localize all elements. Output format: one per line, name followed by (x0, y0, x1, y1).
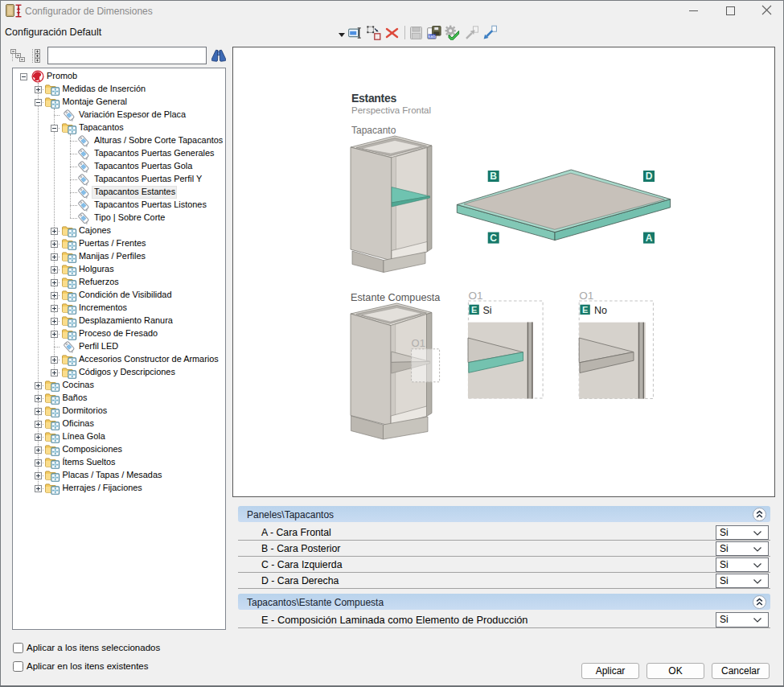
svg-text:Si: Si (483, 305, 492, 316)
svg-text:No: No (594, 305, 607, 316)
svg-text:Perspectiva Frontal: Perspectiva Frontal (351, 105, 431, 115)
svg-text:E: E (471, 305, 477, 315)
svg-text:Estante Compuesta: Estante Compuesta (351, 292, 441, 303)
svg-text:O1: O1 (579, 290, 593, 302)
svg-text:B: B (490, 171, 497, 182)
svg-text:O1: O1 (468, 290, 482, 302)
svg-text:D: D (646, 171, 653, 182)
svg-text:E: E (582, 305, 588, 315)
svg-text:kab: kab (429, 34, 436, 39)
svg-text:Tapacanto: Tapacanto (351, 125, 396, 136)
svg-text:C: C (490, 232, 497, 244)
svg-text:Estantes: Estantes (351, 92, 396, 105)
svg-text:O1: O1 (412, 337, 425, 349)
svg-text:A: A (646, 232, 653, 244)
